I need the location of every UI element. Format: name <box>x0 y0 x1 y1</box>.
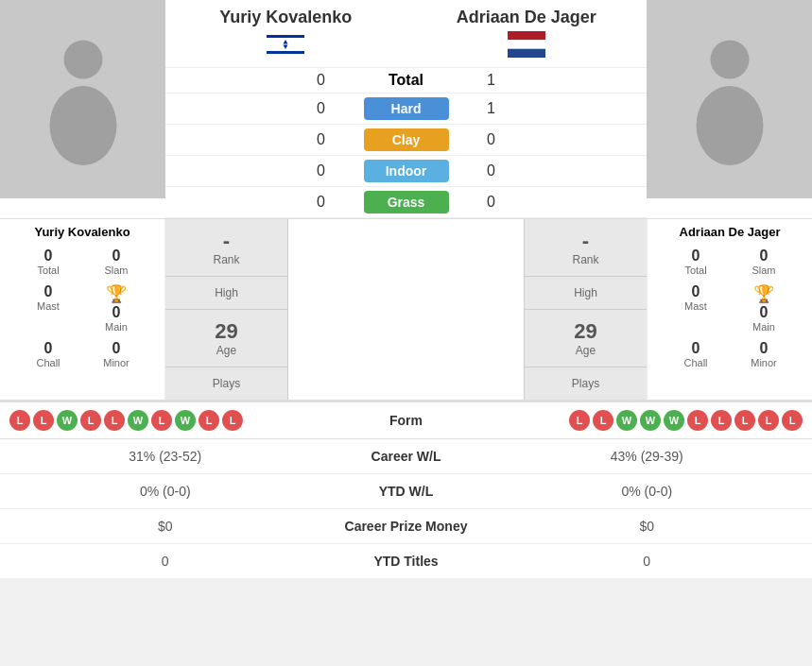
svg-rect-8 <box>508 40 545 48</box>
right-age-label: Age <box>576 344 596 357</box>
svg-point-0 <box>63 40 102 78</box>
info-right-1: 0% (0-0) <box>501 484 794 499</box>
total-left: 0 <box>293 72 350 89</box>
right-minor-stat: 0 <box>760 340 769 357</box>
right-mast-stat: 0 <box>692 283 700 300</box>
right-rank-value: - <box>582 229 589 253</box>
info-right-3: 0 <box>501 554 794 569</box>
middle-section: Yuriy Kovalenko Adriaan De Jager <box>165 0 647 218</box>
form-badge-l: L <box>104 410 125 431</box>
indoor-right: 0 <box>463 162 520 179</box>
grass-label: Grass <box>350 191 463 213</box>
left-form-badges: LLWLLWLWLL <box>9 410 336 431</box>
clay-label: Clay <box>350 128 463 151</box>
form-badge-w: W <box>664 410 684 431</box>
left-rank-value: - <box>223 229 230 253</box>
right-form-badges: LLWWWLLLLL <box>477 410 803 431</box>
left-plays-label: Plays <box>213 377 240 390</box>
form-badge-l: L <box>80 410 101 431</box>
left-trophy-icon: 🏆 <box>106 283 127 304</box>
right-age-value: 29 <box>574 319 596 344</box>
left-minor-stat: 0 <box>112 340 121 357</box>
form-badge-w: W <box>175 410 196 431</box>
clay-left: 0 <box>293 131 350 148</box>
info-row-1: 0% (0-0) YTD W/L 0% (0-0) <box>0 474 812 509</box>
score-rows: 0 Total 1 0 Hard 1 0 <box>165 67 647 218</box>
form-badge-l: L <box>734 410 755 431</box>
svg-rect-3 <box>267 35 304 38</box>
info-left-3: 0 <box>19 554 312 569</box>
left-age-value: 29 <box>215 319 237 344</box>
right-trophy-icon: 🏆 <box>753 283 774 304</box>
right-high-label: High <box>574 286 597 299</box>
form-badge-w: W <box>128 410 148 431</box>
left-slam-stat: 0 <box>112 248 121 265</box>
right-slam-stat: 0 <box>760 248 769 265</box>
left-player-photo <box>0 0 165 198</box>
right-player-photo <box>647 0 812 198</box>
svg-point-1 <box>49 86 116 165</box>
hard-label: Hard <box>350 97 463 120</box>
right-player-info: Adriaan De Jager 0 Total 0 Slam 0 Mast 🏆… <box>647 219 812 400</box>
info-left-0: 31% (23-52) <box>19 449 312 464</box>
right-chall-stat: 0 <box>692 340 700 357</box>
form-badge-w: W <box>57 410 78 431</box>
info-center-3: YTD Titles <box>312 554 501 569</box>
left-player-info: Yuriy Kovalenko 0 Total 0 Slam 0 Mast 🏆 … <box>0 219 165 400</box>
right-flag <box>508 31 545 61</box>
form-badge-l: L <box>569 410 590 431</box>
right-plays-label: Plays <box>572 377 599 390</box>
indoor-left: 0 <box>293 162 350 179</box>
right-player-info-name: Adriaan De Jager <box>653 225 806 239</box>
score-row-clay: 0 Clay 0 <box>165 125 647 156</box>
svg-rect-4 <box>267 51 304 54</box>
total-label: Total <box>350 72 463 89</box>
info-right-2: $0 <box>501 519 794 534</box>
right-rank-label: Rank <box>572 253 598 266</box>
score-row-indoor: 0 Indoor 0 <box>165 156 647 187</box>
form-badge-w: W <box>616 410 637 431</box>
info-center-1: YTD W/L <box>312 484 501 499</box>
grass-right: 0 <box>463 194 520 211</box>
left-rank-label: Rank <box>213 253 239 266</box>
stats-panels-row: Yuriy Kovalenko 0 Total 0 Slam 0 Mast 🏆 … <box>0 219 812 401</box>
left-stats-panels: - Rank High 29 Age Plays <box>165 219 288 400</box>
form-badge-w: W <box>640 410 661 431</box>
right-player-name: Adriaan De Jager <box>406 8 648 27</box>
svg-rect-9 <box>508 49 545 58</box>
info-center-2: Career Prize Money <box>312 519 501 534</box>
svg-rect-7 <box>508 31 545 40</box>
info-row-0: 31% (23-52) Career W/L 43% (29-39) <box>0 439 812 474</box>
info-left-2: $0 <box>19 519 312 534</box>
left-player-name: Yuriy Kovalenko <box>165 8 406 27</box>
form-badge-l: L <box>151 410 172 431</box>
info-row-2: $0 Career Prize Money $0 <box>0 509 812 544</box>
form-label: Form <box>336 413 477 428</box>
score-row-total: 0 Total 1 <box>165 67 647 94</box>
hard-left: 0 <box>293 100 350 117</box>
svg-point-10 <box>710 40 749 78</box>
form-badge-l: L <box>687 410 708 431</box>
form-badge-l: L <box>758 410 779 431</box>
left-mast-stat: 0 <box>44 283 53 300</box>
right-stats-panels: - Rank High 29 Age Plays <box>524 219 647 400</box>
form-section: LLWLLWLWLL Form LLWWWLLLLL <box>0 401 812 439</box>
score-row-grass: 0 Grass 0 <box>165 187 647 218</box>
info-rows: 31% (23-52) Career W/L 43% (29-39) 0% (0… <box>0 439 812 579</box>
total-right: 1 <box>463 72 520 89</box>
score-row-hard: 0 Hard 1 <box>165 94 647 125</box>
indoor-label: Indoor <box>350 160 463 182</box>
form-badge-l: L <box>33 410 54 431</box>
form-badge-l: L <box>222 410 243 431</box>
form-badge-l: L <box>711 410 732 431</box>
right-main-stat: 0 <box>760 304 769 321</box>
grass-left: 0 <box>293 194 350 211</box>
form-badge-l: L <box>9 410 30 431</box>
right-total-stat: 0 <box>692 248 700 265</box>
info-right-0: 43% (29-39) <box>501 449 794 464</box>
clay-right: 0 <box>463 131 520 148</box>
info-center-0: Career W/L <box>312 449 501 464</box>
hard-right: 1 <box>463 100 520 117</box>
svg-point-11 <box>696 86 763 165</box>
left-chall-stat: 0 <box>44 340 53 357</box>
